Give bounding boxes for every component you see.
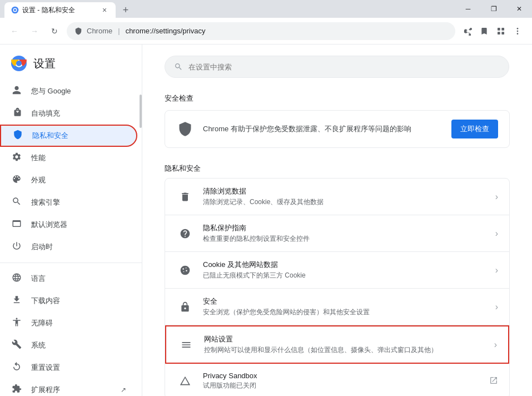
sidebar-item-label-system: 系统 [31, 340, 46, 350]
settings-item-privacy-sandbox[interactable]: Privacy Sandbox 试用版功能已关闭 [165, 364, 509, 396]
svg-point-9 [517, 33, 519, 34]
settings-list: 清除浏览数据 清除浏览记录、Cookie、缓存及其他数据 › 隐私保护指南 检查… [165, 178, 510, 396]
safety-check-button[interactable]: 立即检查 [451, 120, 498, 138]
site-settings-arrow: › [494, 340, 497, 350]
share-icon [463, 27, 472, 36]
privacy-guide-arrow: › [495, 229, 498, 239]
svg-point-12 [16, 61, 22, 66]
settings-item-cookies[interactable]: Cookie 及其他网站数据 已阻止无痕模式下的第三方 Cookie › [165, 252, 509, 289]
safety-check-icon [176, 120, 194, 138]
svg-point-16 [186, 270, 187, 271]
menu-icon [513, 27, 522, 36]
sidebar-item-label-accessibility: 无障碍 [31, 318, 53, 328]
content-area: 安全检查 Chrome 有助于保护您免受数据泄露、不良扩展程序等问题的影响 立即… [142, 44, 532, 396]
sidebar-item-system[interactable]: 系统 [0, 334, 137, 357]
sidebar: 设置 您与 Google 自动填充 隐私和安全 性能 [0, 44, 142, 396]
url-bar[interactable]: Chrome | chrome://settings/privacy [67, 22, 455, 40]
forward-button[interactable]: → [27, 23, 42, 39]
bookmark-icon [480, 27, 489, 36]
extensions-icon [11, 384, 22, 396]
sidebar-item-label-startup: 启动时 [31, 242, 53, 252]
new-tab-button[interactable]: + [118, 2, 133, 18]
window-controls: ─ ❐ ✕ [455, 0, 532, 18]
sidebar-item-extensions[interactable]: 扩展程序 ↗ [0, 379, 137, 396]
startup-icon [11, 241, 22, 253]
sidebar-item-label-reset: 重置设置 [31, 363, 60, 373]
search-bar[interactable] [165, 56, 509, 78]
sidebar-item-language[interactable]: 语言 [0, 268, 137, 290]
security-desc: 安全浏览（保护您免受危险网站的侵害）和其他安全设置 [203, 308, 486, 317]
settings-item-privacy-guide[interactable]: 隐私保护指南 检查重要的隐私控制设置和安全控件 › [165, 215, 509, 252]
settings-item-content-privacy-sandbox: Privacy Sandbox 试用版功能已关闭 [203, 372, 480, 390]
sidebar-item-accessibility[interactable]: 无障碍 [0, 312, 137, 334]
sidebar-item-autofill[interactable]: 自动填充 [0, 102, 137, 125]
sidebar-item-label-extensions: 扩展程序 [31, 385, 60, 395]
sidebar-item-privacy[interactable]: 隐私和安全 [0, 125, 137, 147]
sidebar-item-label-language: 语言 [31, 274, 46, 284]
site-settings-title: 网站设置 [204, 334, 485, 344]
svg-point-15 [186, 268, 187, 269]
refresh-button[interactable]: ↻ [47, 23, 62, 39]
search-input[interactable] [188, 63, 500, 71]
settings-item-content-privacy-guide: 隐私保护指南 检查重要的隐私控制设置和安全控件 [203, 223, 486, 244]
sidebar-item-label-browser: 默认浏览器 [31, 220, 67, 230]
site-settings-desc: 控制网站可以使用和显示什么信息（如位置信息、摄像头、弹出式窗口及其他） [204, 345, 485, 355]
chrome-logo [11, 56, 27, 71]
extension-icon [496, 27, 505, 36]
close-button[interactable]: ✕ [506, 0, 532, 18]
search-icon [174, 62, 183, 71]
sidebar-item-label-autofill: 自动填充 [31, 108, 60, 118]
sidebar-scrollbar-thumb[interactable] [140, 95, 142, 128]
settings-item-content-clear-browsing: 清除浏览数据 清除浏览记录、Cookie、缓存及其他数据 [203, 186, 486, 207]
privacy-sandbox-title: Privacy Sandbox [203, 372, 480, 380]
svg-rect-3 [498, 28, 500, 31]
sidebar-item-startup[interactable]: 启动时 [0, 236, 137, 258]
main-layout: 设置 您与 Google 自动填充 隐私和安全 性能 [0, 44, 532, 396]
active-tab[interactable]: 设置 - 隐私和安全 × [4, 2, 116, 18]
restore-button[interactable]: ❐ [481, 0, 506, 18]
svg-point-7 [517, 28, 519, 29]
safety-card: Chrome 有助于保护您免受数据泄露、不良扩展程序等问题的影响 立即检查 [165, 110, 510, 148]
minimize-button[interactable]: ─ [455, 0, 481, 18]
svg-point-13 [181, 265, 190, 275]
sidebar-item-label-search: 搜索引擎 [31, 197, 60, 207]
share-button[interactable] [460, 23, 475, 39]
url-path: chrome://settings/privacy [126, 27, 206, 35]
cookies-arrow: › [495, 265, 498, 275]
security-title: 安全 [203, 296, 486, 306]
privacy-guide-desc: 检查重要的隐私控制设置和安全控件 [203, 234, 486, 244]
sidebar-item-browser[interactable]: 默认浏览器 [0, 214, 137, 236]
svg-point-17 [183, 271, 185, 272]
clear-browsing-title: 清除浏览数据 [203, 186, 486, 196]
secure-icon [74, 27, 82, 35]
sidebar-item-search[interactable]: 搜索引擎 [0, 191, 137, 214]
cookies-desc: 已阻止无痕模式下的第三方 Cookie [203, 271, 486, 280]
back-button[interactable]: ← [7, 23, 22, 39]
menu-button[interactable] [510, 23, 525, 39]
settings-item-site-settings[interactable]: 网站设置 控制网站可以使用和显示什么信息（如位置信息、摄像头、弹出式窗口及其他）… [165, 325, 509, 364]
svg-point-8 [517, 30, 519, 32]
svg-rect-6 [501, 32, 504, 34]
download-icon [11, 295, 22, 307]
settings-item-content-site-settings: 网站设置 控制网站可以使用和显示什么信息（如位置信息、摄像头、弹出式窗口及其他） [204, 334, 485, 355]
cookies-icon [176, 261, 194, 279]
extension-button[interactable] [493, 23, 509, 39]
sidebar-item-google[interactable]: 您与 Google [0, 80, 137, 102]
sidebar-item-reset[interactable]: 重置设置 [0, 357, 137, 379]
settings-item-clear-browsing[interactable]: 清除浏览数据 清除浏览记录、Cookie、缓存及其他数据 › [165, 179, 509, 215]
system-icon [11, 339, 22, 352]
sidebar-item-label-privacy: 隐私和安全 [32, 131, 68, 141]
security-icon [176, 298, 194, 316]
browser-icon [11, 219, 22, 231]
language-icon [11, 273, 22, 285]
bookmark-button[interactable] [476, 23, 492, 39]
privacy-sandbox-desc: 试用版功能已关闭 [203, 381, 480, 390]
clear-browsing-arrow: › [495, 192, 498, 202]
settings-item-security[interactable]: 安全 安全浏览（保护您免受危险网站的侵害）和其他安全设置 › [165, 289, 509, 325]
tab-close-button[interactable]: × [100, 6, 109, 14]
sidebar-item-appearance[interactable]: 外观 [0, 169, 137, 191]
sidebar-item-performance[interactable]: 性能 [0, 147, 137, 169]
performance-icon [11, 152, 22, 164]
tab-favicon [11, 6, 19, 14]
sidebar-item-download[interactable]: 下载内容 [0, 290, 137, 312]
